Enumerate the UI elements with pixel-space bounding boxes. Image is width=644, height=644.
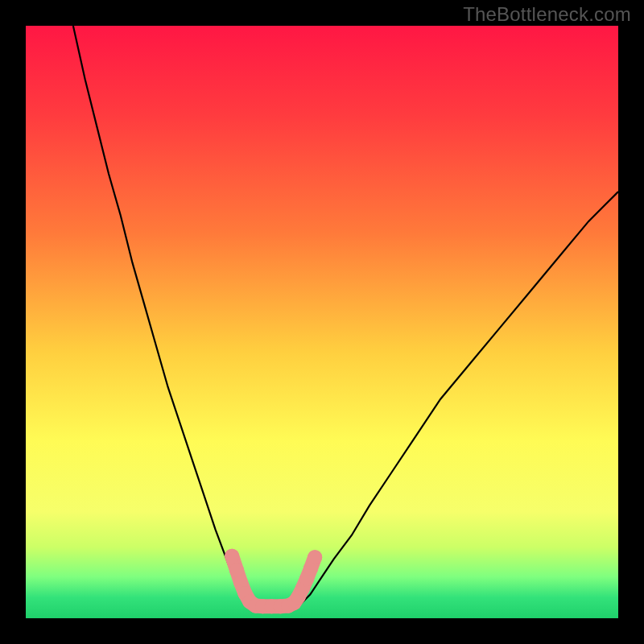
pink-dot <box>229 563 244 577</box>
watermark-text: TheBottleneck.com <box>463 3 631 26</box>
pink-dot <box>225 549 239 564</box>
plot-area <box>26 26 618 618</box>
chart-frame: TheBottleneck.com <box>0 0 644 644</box>
pink-dot <box>308 550 322 564</box>
chart-svg <box>26 26 618 618</box>
chart-background <box>26 26 618 618</box>
